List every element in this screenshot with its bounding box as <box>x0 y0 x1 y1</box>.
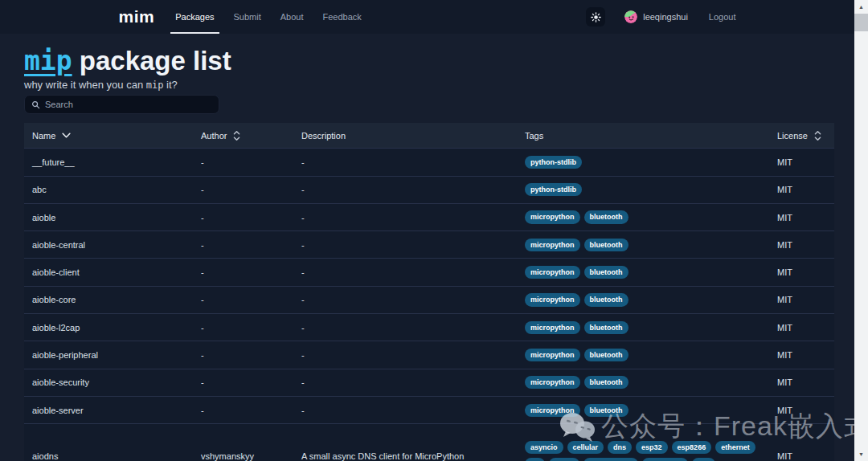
tag-pill[interactable]: micropython <box>525 376 580 389</box>
tag-pill[interactable]: bluetooth <box>584 321 628 334</box>
mip-title-link[interactable]: mip <box>24 45 72 76</box>
theme-toggle-button[interactable] <box>586 7 605 27</box>
table-row[interactable]: aioble-client - - micropythonbluetooth M… <box>24 258 834 285</box>
table-row[interactable]: aioble-l2cap - - micropythonbluetooth MI… <box>24 313 834 341</box>
package-name-cell: __future__ <box>24 157 193 167</box>
license-cell: MIT <box>769 350 834 360</box>
description-cell: - <box>293 350 517 360</box>
tag-pill[interactable]: micropython <box>525 266 580 279</box>
nav-links: Packages Submit About Feedback <box>166 0 371 34</box>
tag-pill[interactable]: bluetooth <box>584 349 628 361</box>
description-cell: - <box>293 213 517 222</box>
column-header-author[interactable]: Author <box>193 130 293 141</box>
description-cell: - <box>293 377 517 387</box>
author-cell: - <box>193 323 293 332</box>
tag-pill[interactable]: micropython <box>525 404 580 417</box>
table-row[interactable]: aioble - - micropythonbluetooth MIT <box>24 203 834 230</box>
license-cell: MIT <box>769 213 834 222</box>
tag-pill[interactable]: lte <box>525 458 545 461</box>
description-cell: - <box>293 323 517 332</box>
license-cell: MIT <box>769 323 834 332</box>
license-cell: MIT <box>769 267 834 277</box>
tag-pill[interactable]: python-stdlib <box>525 183 582 196</box>
search-box[interactable] <box>24 95 219 114</box>
nav-tab-about[interactable]: About <box>271 0 313 34</box>
scrollbar-thumb[interactable] <box>854 14 868 31</box>
tag-pill[interactable]: cellular <box>567 441 604 454</box>
table-row[interactable]: aioble-central - - micropythonbluetooth … <box>24 230 834 258</box>
logout-button[interactable]: Logout <box>709 12 736 22</box>
tag-pill[interactable]: micropython <box>525 349 580 361</box>
user-menu[interactable]: leeqingshui <box>624 10 688 23</box>
tag-pill[interactable]: bluetooth <box>584 404 628 417</box>
table-row[interactable]: aioble-server - - micropythonbluetooth M… <box>24 396 834 423</box>
app-logo[interactable]: mim <box>119 7 155 27</box>
tag-pill[interactable]: micropython <box>525 239 580 251</box>
description-cell: A small async DNS client for MicroPython <box>293 451 517 461</box>
tag-pill[interactable]: python-stdlib <box>525 156 582 169</box>
table-row[interactable]: aioble-security - - micropythonbluetooth… <box>24 369 834 396</box>
author-cell: - <box>193 377 293 387</box>
nav-tab-packages[interactable]: Packages <box>166 0 223 34</box>
tag-pill[interactable]: bluetooth <box>584 210 628 223</box>
description-cell: - <box>293 185 517 194</box>
tag-pill[interactable]: esp8266 <box>672 441 712 454</box>
tag-pill[interactable]: micropython <box>525 210 580 223</box>
scroll-down-icon[interactable]: ▼ <box>854 447 868 461</box>
nav-tab-feedback[interactable]: Feedback <box>313 0 371 34</box>
tag-pill[interactable]: rpi-pico-w <box>642 458 688 461</box>
chevron-down-icon <box>62 133 71 138</box>
tag-pill[interactable]: esp32 <box>636 441 668 454</box>
page: mim Packages Submit About Feedback <box>0 0 854 461</box>
tags-cell: micropythonbluetooth <box>517 288 769 311</box>
table-row[interactable]: abc - - python-stdlib MIT <box>24 176 834 203</box>
search-input[interactable] <box>45 100 212 109</box>
tag-pill[interactable]: micropython <box>525 321 580 334</box>
tag-pill[interactable]: wifi <box>692 458 715 461</box>
license-cell: MIT <box>769 240 834 250</box>
tag-pill[interactable]: micropython <box>583 458 639 461</box>
sun-icon <box>591 12 601 22</box>
table-row[interactable]: aiodns vshymanskyy A small async DNS cli… <box>24 423 834 461</box>
tags-cell: micropythonbluetooth <box>517 261 769 284</box>
license-cell: MIT <box>769 451 834 461</box>
package-name-cell: aiodns <box>24 451 193 461</box>
search-icon <box>31 100 40 109</box>
top-navbar: mim Packages Submit About Feedback <box>0 0 854 34</box>
description-cell: - <box>293 295 517 304</box>
table-header-row: Name Author Description Tags <box>24 123 834 148</box>
description-cell: - <box>293 240 517 250</box>
nav-tab-submit[interactable]: Submit <box>224 0 271 34</box>
author-cell: - <box>193 406 293 415</box>
description-cell: - <box>293 157 517 167</box>
vertical-scrollbar[interactable]: ▲ ▼ <box>854 0 868 461</box>
tag-pill[interactable]: bluetooth <box>584 266 628 279</box>
column-header-license[interactable]: License <box>769 130 834 141</box>
table-row[interactable]: aioble-peripheral - - micropythonbluetoo… <box>24 341 834 368</box>
tag-pill[interactable]: dns <box>608 441 632 454</box>
tags-cell: micropythonbluetooth <box>517 371 769 394</box>
tag-pill[interactable]: asyncio <box>525 441 563 454</box>
author-cell: - <box>193 350 293 360</box>
author-cell: - <box>193 213 293 222</box>
tag-pill[interactable]: mdns <box>549 458 579 461</box>
tags-cell: python-stdlib <box>517 151 769 173</box>
description-cell: - <box>293 267 517 277</box>
tags-cell: micropythonbluetooth <box>517 344 769 366</box>
table-row[interactable]: aioble-core - - micropythonbluetooth MIT <box>24 286 834 313</box>
tag-pill[interactable]: bluetooth <box>584 376 628 389</box>
sort-arrows-icon <box>233 130 240 141</box>
tag-pill[interactable]: ethernet <box>715 441 755 454</box>
tag-pill[interactable]: bluetooth <box>584 293 628 306</box>
tag-pill[interactable]: bluetooth <box>584 239 628 251</box>
page-title-rest: package list <box>72 46 231 75</box>
column-header-name[interactable]: Name <box>24 131 193 141</box>
license-cell: MIT <box>769 157 834 167</box>
package-name-cell: aioble-core <box>24 295 193 304</box>
table-row[interactable]: __future__ - - python-stdlib MIT <box>24 148 834 175</box>
tag-pill[interactable]: micropython <box>525 293 580 306</box>
tags-cell: micropythonbluetooth <box>517 399 769 422</box>
column-header-description: Description <box>293 131 517 141</box>
scroll-up-icon[interactable]: ▲ <box>854 0 868 14</box>
tags-cell: micropythonbluetooth <box>517 234 769 256</box>
